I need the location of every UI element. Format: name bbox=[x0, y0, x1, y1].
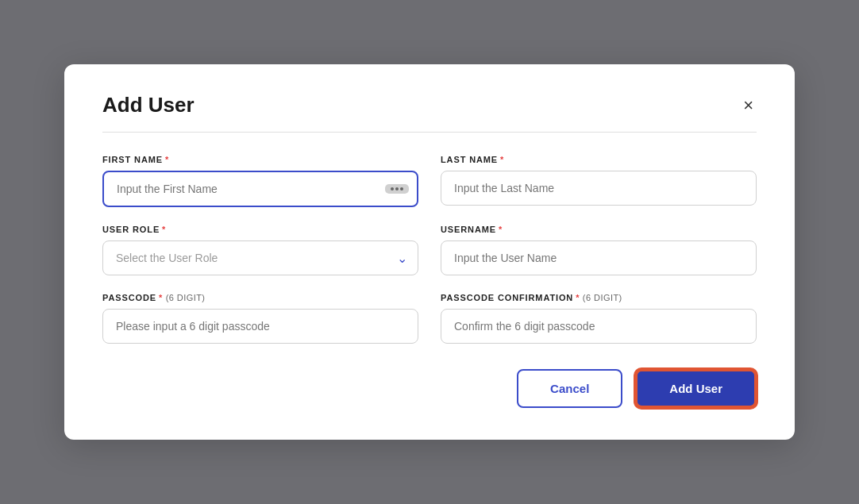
user-role-group: USER ROLE* Select the User Role Admin Ma… bbox=[102, 225, 418, 275]
username-required: * bbox=[499, 225, 503, 234]
header-divider bbox=[102, 132, 757, 133]
passcode-group: PASSCODE* (6 DIGIT) bbox=[102, 293, 418, 344]
modal-footer: Cancel Add User bbox=[102, 369, 757, 408]
last-name-required: * bbox=[500, 155, 504, 164]
user-role-required: * bbox=[162, 225, 166, 234]
passcode-confirm-input-wrapper bbox=[441, 309, 757, 344]
passcode-input[interactable] bbox=[102, 309, 418, 344]
passcode-input-wrapper bbox=[102, 309, 418, 344]
cancel-button[interactable]: Cancel bbox=[517, 369, 622, 408]
dot3 bbox=[400, 187, 403, 190]
passcode-confirmation-label: PASSCODE CONFIRMATION* (6 DIGIT) bbox=[441, 293, 757, 302]
passcode-confirmation-group: PASSCODE CONFIRMATION* (6 DIGIT) bbox=[441, 293, 757, 344]
username-input-wrapper bbox=[441, 240, 757, 275]
first-name-label: FIRST NAME* bbox=[102, 155, 418, 164]
dot1 bbox=[391, 187, 394, 190]
passcode-confirmation-input[interactable] bbox=[441, 309, 757, 344]
add-user-modal: Add User × FIRST NAME* bbox=[64, 64, 795, 440]
last-name-label: LAST NAME* bbox=[441, 155, 757, 164]
modal-overlay: Add User × FIRST NAME* bbox=[0, 0, 859, 504]
form-row-name: FIRST NAME* LAST NAME* bbox=[102, 155, 757, 207]
first-name-icon-button[interactable] bbox=[385, 184, 409, 194]
last-name-input-wrapper bbox=[441, 171, 757, 206]
user-role-select[interactable]: Select the User Role Admin Manager User bbox=[102, 240, 418, 275]
form-row-passcode: PASSCODE* (6 DIGIT) PASSCODE CONFIRMATIO… bbox=[102, 293, 757, 344]
dot2 bbox=[395, 187, 399, 190]
add-user-button[interactable]: Add User bbox=[635, 369, 757, 408]
modal-title: Add User bbox=[102, 93, 195, 117]
form-row-role-username: USER ROLE* Select the User Role Admin Ma… bbox=[102, 225, 757, 275]
close-button[interactable]: × bbox=[740, 94, 757, 117]
user-role-select-wrapper: Select the User Role Admin Manager User … bbox=[102, 240, 418, 275]
passcode-label: PASSCODE* (6 DIGIT) bbox=[102, 293, 418, 302]
user-role-label: USER ROLE* bbox=[102, 225, 418, 234]
username-group: USERNAME* bbox=[441, 225, 757, 275]
last-name-input[interactable] bbox=[441, 171, 757, 206]
first-name-required: * bbox=[165, 155, 169, 164]
first-name-input[interactable] bbox=[102, 171, 418, 207]
modal-header: Add User × bbox=[102, 93, 757, 117]
username-input[interactable] bbox=[441, 240, 757, 275]
username-label: USERNAME* bbox=[441, 225, 757, 234]
first-name-input-wrapper bbox=[102, 171, 418, 207]
last-name-group: LAST NAME* bbox=[441, 155, 757, 207]
first-name-group: FIRST NAME* bbox=[102, 155, 418, 207]
